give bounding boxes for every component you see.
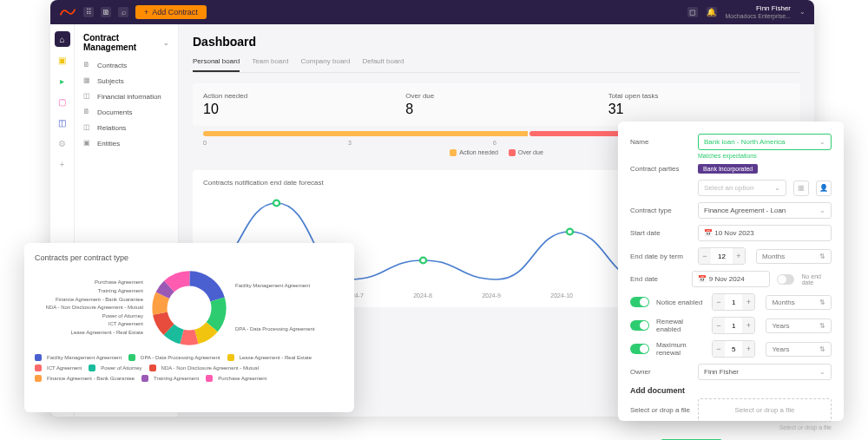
type-select[interactable]: Finance Agreement - Loan⌄ bbox=[698, 202, 832, 219]
donut-legend: Facility Management AgreementDPA - Data … bbox=[35, 354, 344, 382]
file-dropzone[interactable]: Select or drop a file bbox=[698, 398, 832, 422]
page-title: Dashboard bbox=[193, 35, 800, 49]
sidebar-item-relations[interactable]: ◫Relations bbox=[83, 123, 169, 132]
party-select[interactable]: Select an option⌄ bbox=[698, 180, 786, 196]
endterm-stepper[interactable]: −12+ bbox=[698, 247, 746, 265]
party-copy-icon[interactable]: ▦ bbox=[793, 181, 809, 196]
donut-card: Contracts per contract type Purchase Agr… bbox=[24, 243, 354, 412]
kpi-action: Action needed10 bbox=[203, 92, 385, 117]
name-input[interactable]: Bank loan - North America⌄ bbox=[698, 134, 832, 150]
sidebar-chevron-icon[interactable]: ⌄ bbox=[163, 39, 169, 47]
svg-point-2 bbox=[567, 229, 573, 235]
user-chevron-icon[interactable]: ⌄ bbox=[799, 8, 806, 16]
file-icon[interactable]: 🗎 bbox=[101, 7, 111, 17]
tab-company[interactable]: Company board bbox=[301, 57, 351, 72]
bookmark-icon[interactable]: ◻ bbox=[687, 7, 698, 17]
tab-team[interactable]: Team board bbox=[252, 57, 288, 72]
rail-item-2[interactable]: ▣ bbox=[55, 52, 70, 68]
search-icon[interactable]: ⌕ bbox=[118, 7, 128, 17]
sidebar-item-financial[interactable]: ◫Financial information bbox=[83, 92, 169, 101]
sidebar-title: Contract Management bbox=[83, 33, 163, 52]
donut-title: Contracts per contract type bbox=[35, 253, 344, 262]
renewal-stepper[interactable]: −1+ bbox=[712, 317, 755, 334]
tab-personal[interactable]: Personal board bbox=[193, 57, 240, 72]
bell-icon[interactable]: 🔔 bbox=[707, 7, 717, 17]
kpi-overdue: Over due8 bbox=[405, 92, 587, 117]
rail-item-3[interactable]: ▸ bbox=[55, 73, 70, 89]
user-org: Mochadocs Enterprise... bbox=[726, 13, 791, 20]
maxren-stepper[interactable]: −5+ bbox=[712, 340, 755, 358]
noend-toggle[interactable] bbox=[777, 274, 794, 285]
adddoc-label: Add document bbox=[630, 386, 832, 395]
renewal-toggle[interactable] bbox=[630, 320, 649, 331]
sidebar-item-documents[interactable]: 🗎Documents bbox=[83, 108, 169, 116]
board-tabs: Personal board Team board Company board … bbox=[193, 57, 800, 73]
svg-point-0 bbox=[273, 200, 279, 207]
kpi-total: Total open tasks31 bbox=[608, 92, 790, 117]
rail-item-6[interactable]: ⚙ bbox=[55, 135, 70, 151]
rail-home-icon[interactable]: ⌂ bbox=[55, 31, 70, 47]
name-hint: Matches expectations bbox=[698, 153, 832, 159]
party-tag[interactable]: Bank Incorporated bbox=[698, 164, 758, 174]
donut-chart-icon bbox=[150, 269, 228, 347]
rail-add-icon[interactable]: + bbox=[55, 156, 70, 172]
grid-icon[interactable]: ⠿ bbox=[83, 7, 94, 17]
tab-default[interactable]: Default board bbox=[362, 57, 404, 72]
topbar: ⠿ 🗎 ⌕ +Add Contract ◻ 🔔 Finn Fisher Moch… bbox=[50, 0, 814, 24]
owner-select[interactable]: Finn Fisher⌄ bbox=[698, 364, 832, 380]
add-contract-button[interactable]: +Add Contract bbox=[135, 5, 207, 19]
user-name: Finn Fisher bbox=[756, 4, 791, 13]
brand-logo bbox=[59, 6, 76, 18]
renewal-unit-select[interactable]: Years⇅ bbox=[766, 319, 832, 333]
sidebar-item-contracts[interactable]: 🗎Contracts bbox=[83, 61, 169, 69]
contract-form: NameBank loan - North America⌄ Matches e… bbox=[618, 121, 844, 421]
rail-item-5[interactable]: ◫ bbox=[55, 115, 70, 130]
sidebar-item-subjects[interactable]: ▦Subjects bbox=[83, 76, 169, 85]
party-user-icon[interactable]: 👤 bbox=[816, 181, 832, 196]
kpi-row: Action needed10 Over due8 Total open tas… bbox=[193, 83, 800, 126]
user-menu[interactable]: Finn Fisher Mochadocs Enterprise... bbox=[726, 4, 791, 20]
notice-toggle[interactable] bbox=[630, 297, 649, 307]
maxren-toggle[interactable] bbox=[630, 344, 649, 354]
notice-stepper[interactable]: −1+ bbox=[712, 293, 755, 311]
notice-unit-select[interactable]: Months⇅ bbox=[766, 295, 832, 310]
start-date-input[interactable]: 📅 10 Nov 2023 bbox=[698, 225, 832, 241]
svg-point-1 bbox=[420, 258, 426, 264]
sidebar-item-entities[interactable]: ▣Entities bbox=[83, 139, 169, 148]
end-date-input[interactable]: 📅 9 Nov 2024 bbox=[692, 271, 770, 287]
rail-item-4[interactable]: ▢ bbox=[55, 94, 70, 109]
endterm-unit-select[interactable]: Months⇅ bbox=[756, 249, 832, 264]
maxren-unit-select[interactable]: Years⇅ bbox=[766, 342, 832, 357]
